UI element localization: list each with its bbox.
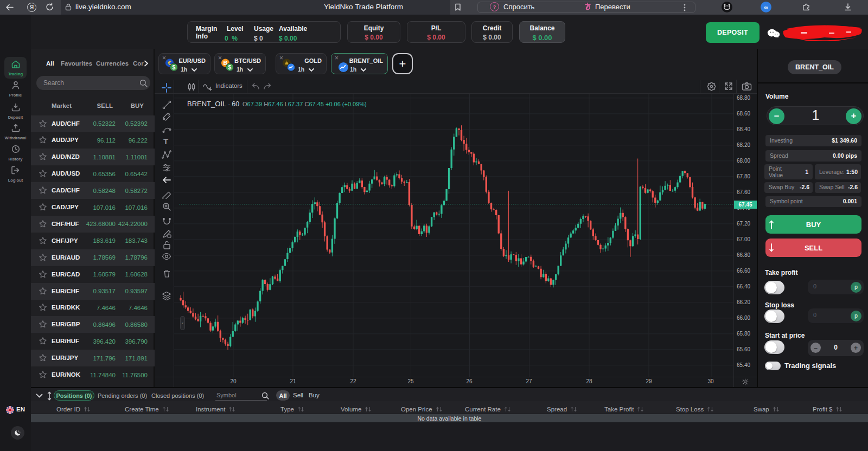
- svg-text:$: $: [228, 64, 232, 70]
- svg-text:$: $: [173, 64, 176, 70]
